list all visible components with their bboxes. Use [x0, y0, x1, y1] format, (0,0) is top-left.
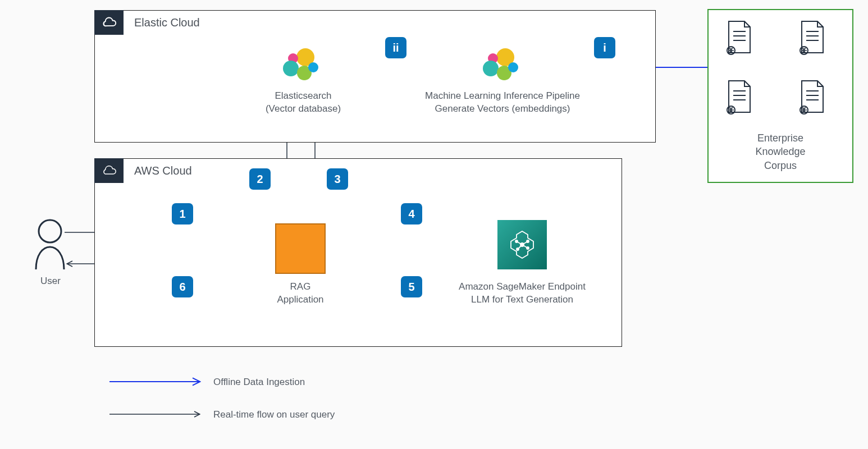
svg-point-9 [508, 62, 518, 72]
step-2-badge: 2 [249, 168, 271, 190]
step-ii-badge: ii [385, 37, 406, 58]
svg-point-4 [308, 62, 318, 72]
aws-cloud-tab [94, 158, 124, 183]
cloud-icon [100, 17, 117, 28]
svg-point-7 [483, 61, 499, 76]
aws-cloud-title: AWS Cloud [134, 164, 192, 177]
elastic-cloud-tab [94, 10, 124, 35]
cloud-icon [100, 165, 117, 176]
step-3-badge: 3 [327, 168, 348, 190]
corpus-label: EnterpriseKnowledgeCorpus [730, 131, 831, 172]
document-icon [796, 19, 828, 59]
step-5-badge: 5 [401, 276, 422, 297]
svg-point-10 [39, 220, 61, 242]
step-4-badge: 4 [401, 203, 422, 224]
user-icon [34, 218, 66, 273]
sagemaker-endpoint-icon [497, 220, 547, 269]
legend-offline-label: Offline Data Ingestion [213, 376, 382, 389]
sagemaker-label: Amazon SageMaker EndpointLLM for Text Ge… [444, 281, 601, 306]
elastic-cloud-container: Elastic Cloud [94, 10, 656, 143]
elasticsearch-logo-icon [281, 45, 321, 88]
svg-point-2 [283, 61, 299, 76]
step-1-badge: 1 [172, 203, 193, 224]
step-i-badge: i [594, 37, 615, 58]
step-6-badge: 6 [172, 276, 193, 297]
rag-application-icon [275, 223, 326, 274]
document-icon [796, 79, 828, 119]
document-icon [723, 19, 755, 59]
legend-realtime-label: Real-time flow on user query [213, 409, 393, 421]
elastic-cloud-title: Elastic Cloud [134, 16, 200, 29]
elasticsearch-label: Elasticsearch(Vector database) [247, 90, 359, 116]
ml-pipeline-label: Machine Learning Inference PipelineGener… [413, 90, 592, 116]
rag-label: RAGApplication [264, 281, 337, 306]
document-icon [723, 79, 755, 119]
user-label: User [25, 275, 76, 288]
ml-pipeline-logo-icon [481, 45, 521, 88]
